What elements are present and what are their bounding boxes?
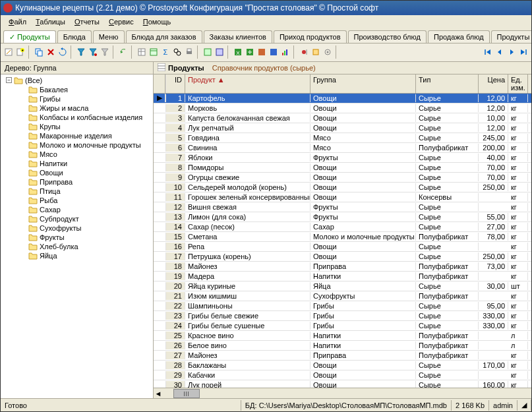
scroll-thumb[interactable]: ||| [173, 389, 200, 398]
tool-new-icon[interactable]: ★ [15, 47, 26, 57]
tool-filter-icon[interactable] [76, 47, 86, 57]
tree-item[interactable]: Молоко и молочные продукты [2, 140, 152, 150]
tab-1[interactable]: Блюда [57, 30, 92, 43]
tree-item[interactable]: Фрукты [2, 233, 152, 242]
tree-item[interactable]: Рыба [2, 196, 152, 205]
table-row[interactable]: 26Белое виноНапиткиПолуфабрикатл [154, 341, 531, 351]
table-row[interactable]: 10Сельдерей молодой (корень)ОвощиСырье25… [154, 183, 531, 192]
tree-item[interactable]: Колбасы и колбасные изделия [2, 113, 152, 122]
tool-chart-icon[interactable] [280, 47, 291, 57]
tool-export2-icon[interactable] [245, 47, 255, 57]
table-row[interactable]: 5ГовядинаМясоСырье245,00кг [154, 133, 531, 143]
menu-отчеты[interactable]: Отчеты [71, 16, 103, 27]
tool-settings-icon[interactable] [322, 47, 333, 57]
menu-сервис[interactable]: Сервис [105, 16, 138, 27]
tool-undo-icon[interactable] [118, 47, 129, 57]
tab-3[interactable]: Блюда для заказов [126, 30, 202, 43]
table-row[interactable]: 21Изюм кишмишСухофруктыПолуфабрикаткг [154, 291, 531, 301]
tool-delete-icon[interactable] [45, 47, 56, 57]
menu-файл[interactable]: Файл [5, 16, 30, 27]
tool-sum-icon[interactable]: Σ [160, 47, 171, 57]
table-row[interactable]: 6СвининаМясоПолуфабрикат200,00кг [154, 143, 531, 153]
table-row[interactable]: 22ШампиньоныГрибыСырье95,00кг [154, 301, 531, 311]
tool-grid-icon[interactable] [136, 47, 147, 57]
col-type[interactable]: Тип [416, 74, 479, 93]
tree-item[interactable]: Бакалея [2, 85, 152, 94]
tree-item[interactable]: Хлеб-булка [2, 242, 152, 251]
tool-table-icon[interactable] [148, 47, 159, 57]
table-row[interactable]: 15СметанаМолоко и молочные продуктыПолуф… [154, 232, 531, 242]
table-row[interactable]: 12Вишня свежаяФруктыСырьекг [154, 202, 531, 212]
tree-item[interactable]: Жиры и масла [2, 103, 152, 113]
nav-last-icon[interactable] [518, 47, 529, 57]
table-row[interactable]: 2МорковьОвощиСырье12,00кг [154, 103, 531, 113]
nav-next-icon[interactable] [506, 47, 517, 57]
col-marker[interactable] [154, 74, 165, 93]
nav-prev-icon[interactable] [494, 47, 505, 57]
tool-filter-clear-icon[interactable] [100, 47, 110, 57]
table-row[interactable]: 20Яйца куриныеЯйцаСырье30,00шт [154, 281, 531, 291]
grid-body[interactable]: ▶1КартофельОвощиСырье12,00кг2МорковьОвощ… [154, 94, 531, 388]
col-group[interactable]: Группа [310, 74, 416, 93]
table-row[interactable]: 16РепаОвощиСырьекг [154, 242, 531, 252]
tool-edit-icon[interactable] [3, 47, 14, 57]
tab-2[interactable]: Меню [93, 30, 125, 43]
tool-refresh-icon[interactable] [57, 47, 68, 57]
table-row[interactable]: ▶1КартофельОвощиСырье12,00кг [154, 94, 531, 103]
menu-таблицы[interactable]: Таблицы [32, 16, 69, 27]
horizontal-scrollbar[interactable]: ◄ ||| [154, 388, 531, 398]
tree-item[interactable]: Грибы [2, 94, 152, 103]
table-row[interactable]: 27МайонезПриправаПолуфабрикаткг [154, 351, 531, 361]
tool-record-icon[interactable] [299, 47, 309, 57]
tool-print-icon[interactable] [184, 47, 194, 57]
tab-6[interactable]: Производство блюд [348, 30, 427, 43]
scroll-left-icon[interactable]: ◄ [154, 390, 163, 397]
table-row[interactable]: 29КабачкиОвощиСырьекг [154, 370, 531, 380]
col-unit[interactable]: Ед. изм. [508, 74, 528, 93]
tool-copy-icon[interactable] [34, 47, 44, 57]
tree-item[interactable]: Напитки [2, 159, 152, 168]
table-row[interactable]: 17Петрушка (корень)ОвощиСырье250,00кг [154, 252, 531, 262]
table-row[interactable]: 30Лук порейОвощиСырье160,00кг [154, 380, 531, 388]
table-row[interactable]: 25Красное виноНапиткиПолуфабрикатл [154, 331, 531, 341]
col-id[interactable]: ID [165, 74, 185, 93]
tree-body[interactable]: − (Все) БакалеяГрибыЖиры и маслаКолбасы … [1, 74, 153, 399]
tree-item[interactable]: Субпродукт [2, 214, 152, 223]
tab-7[interactable]: Продажа блюд [428, 30, 490, 43]
tab-4[interactable]: Заказы клиентов [204, 30, 272, 43]
table-row[interactable]: 7ЯблокиФруктыСырье40,00кг [154, 153, 531, 163]
tree-item[interactable]: Яйца [2, 251, 152, 260]
tree-item[interactable]: Овощи [2, 168, 152, 177]
table-row[interactable]: 28БаклажаныОвощиСырье170,00кг [154, 361, 531, 370]
tree-item[interactable]: Сухофрукты [2, 223, 152, 233]
table-row[interactable]: 8ПомидорыОвощиСырье70,00кг [154, 163, 531, 173]
tool-app1-icon[interactable] [256, 47, 267, 57]
tree-item[interactable]: Мясо [2, 150, 152, 159]
tree-item[interactable]: Сахар [2, 205, 152, 214]
table-row[interactable]: 11Горошек зеленый консервированныйОвощиК… [154, 192, 531, 202]
tool-import-icon[interactable] [214, 47, 225, 57]
nav-first-icon[interactable] [483, 47, 493, 57]
tool-find-icon[interactable] [172, 47, 183, 57]
table-row[interactable]: 3Капуста белокачанная свежаяОвощиСырье10… [154, 113, 531, 123]
table-row[interactable]: 9Огурцы свежиеОвощиСырье70,00кг [154, 173, 531, 183]
tab-5[interactable]: Приход продуктов [274, 30, 347, 43]
col-product[interactable]: Продукт ▲ [185, 74, 310, 93]
tree-item[interactable]: Птица [2, 187, 152, 196]
table-row[interactable]: 14Сахар (песок)СахарСырье27,00кг [154, 222, 531, 232]
tool-excel-icon[interactable]: X [233, 47, 243, 57]
table-row[interactable]: 18МайонезПриправаПолуфабрикат73,00кг [154, 262, 531, 272]
table-row[interactable]: 4Лук репчатыйОвощиСырье12,00кг [154, 123, 531, 133]
tree-root[interactable]: − (Все) [2, 76, 152, 85]
col-price[interactable]: Цена [479, 74, 508, 93]
tree-item[interactable]: Макаронные изделия [2, 131, 152, 140]
tool-export-icon[interactable] [202, 47, 213, 57]
table-row[interactable]: 13Лимон (для сока)ФруктыСырье55,00кг [154, 212, 531, 222]
table-row[interactable]: 24Грибы белые сушеныеГрибыСырье330,00кг [154, 321, 531, 331]
tab-0[interactable]: ✓Продукты [3, 30, 56, 44]
tool-rec2-icon[interactable] [310, 47, 321, 57]
tool-app2-icon[interactable] [268, 47, 279, 57]
table-row[interactable]: 23Грибы белые свежиеГрибыСырье330,00кг [154, 311, 531, 321]
menu-помощь[interactable]: Помощь [139, 16, 175, 27]
table-row[interactable]: 19МадераНапиткиПолуфабрикаткг [154, 272, 531, 281]
